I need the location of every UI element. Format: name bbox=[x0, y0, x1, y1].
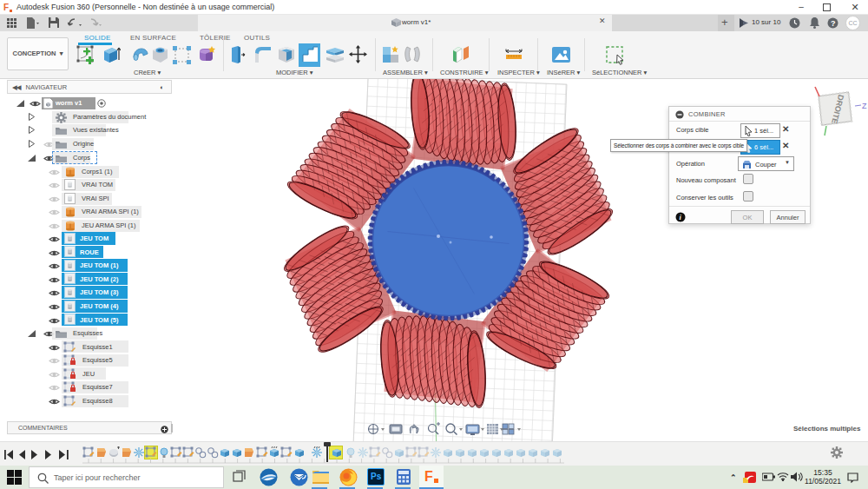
svg-text:F: F bbox=[424, 469, 433, 484]
svg-text:F: F bbox=[3, 3, 9, 12]
svg-text:Z: Z bbox=[862, 102, 867, 110]
svg-text:?: ? bbox=[831, 19, 836, 28]
